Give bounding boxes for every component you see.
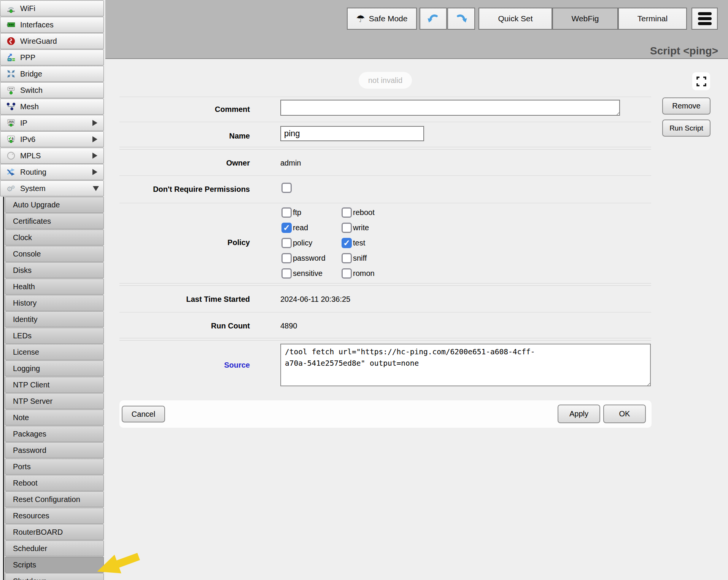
sidebar-item-history[interactable]: History [5, 295, 104, 311]
sidebar-item-reset-configuration[interactable]: Reset Configuration [5, 491, 104, 507]
menu-button[interactable] [691, 8, 718, 30]
sidebar-item-packages[interactable]: Packages [5, 426, 104, 442]
sidebar-item-scheduler[interactable]: Scheduler [5, 540, 104, 556]
policy-checkbox-romon[interactable] [342, 268, 352, 279]
sidebar-item-system[interactable]: ⚙⚙System [0, 180, 104, 196]
sidebar-item-clock[interactable]: Clock [5, 229, 104, 245]
safe-mode-label: Safe Mode [369, 14, 408, 23]
comment-field-wrap [280, 100, 620, 116]
policy-checkbox-policy[interactable] [281, 238, 292, 248]
ok-button[interactable]: OK [603, 405, 646, 423]
policy-checkbox-password[interactable] [281, 253, 292, 263]
quick-set-label: Quick Set [498, 14, 532, 23]
sidebar-item-label: Disks [13, 266, 32, 275]
name-input[interactable] [280, 126, 424, 141]
sidebar-system-submenu: Auto UpgradeCertificatesClockConsoleDisk… [3, 197, 105, 580]
sidebar-item-shutdown[interactable]: Shutdown [5, 573, 104, 580]
sidebar-item-ntp-server[interactable]: NTP Server [5, 393, 104, 409]
sidebar-item-label: PPP [20, 53, 35, 62]
sidebar-item-label: Interfaces [20, 21, 54, 29]
sidebar-item-label: NTP Client [13, 381, 49, 389]
policy-checkbox-test[interactable] [342, 238, 352, 248]
policy-checkbox-sensitive[interactable] [281, 268, 292, 279]
sidebar-item-identity[interactable]: Identity [5, 311, 104, 327]
policy-checkbox-ftp[interactable] [281, 207, 292, 218]
tab-terminal[interactable]: Terminal [618, 8, 687, 30]
sidebar-item-note[interactable]: Note [5, 410, 104, 425]
policy-option-reboot: reboot [342, 207, 375, 218]
sidebar-item-wifi[interactable]: WiFi [0, 0, 104, 16]
policy-option-sensitive: sensitive [281, 268, 342, 279]
redo-button[interactable] [447, 8, 475, 30]
sidebar-item-ipv6[interactable]: 6IPv6 [0, 131, 104, 147]
sidebar-item-label: Ports [13, 462, 31, 471]
divider [119, 147, 651, 150]
sidebar-item-label: IPv6 [20, 135, 35, 144]
status-badge: not invalid [359, 72, 412, 89]
sidebar-item-ntp-client[interactable]: NTP Client [5, 377, 104, 393]
sidebar-item-password[interactable]: Password [5, 442, 104, 458]
svg-text:6: 6 [12, 136, 14, 140]
policy-checkbox-write[interactable] [342, 223, 352, 233]
sidebar-item-scripts[interactable]: Scripts [5, 557, 104, 573]
remove-button[interactable]: Remove [662, 97, 711, 115]
policy-checkbox-sniff[interactable] [342, 253, 352, 263]
tab-quick-set[interactable]: Quick Set [478, 8, 552, 30]
source-label[interactable]: Source [119, 361, 250, 370]
sidebar-item-console[interactable]: Console [5, 246, 104, 262]
dont-require-permissions-label: Don't Require Permissions [119, 185, 250, 194]
sidebar-item-label: Certificates [13, 217, 51, 226]
sidebar-item-label: NTP Server [13, 397, 52, 406]
sidebar-item-license[interactable]: License [5, 344, 104, 360]
chevron-right-icon [92, 120, 97, 126]
sidebar-item-routing[interactable]: Routing [0, 164, 104, 180]
sidebar-item-leds[interactable]: LEDs [5, 328, 104, 344]
sidebar-item-health[interactable]: Health [5, 279, 104, 295]
sidebar-item-certificates[interactable]: Certificates [5, 213, 104, 229]
policy-checkbox-read[interactable] [281, 223, 292, 233]
tab-webfig[interactable]: WebFig [552, 8, 618, 30]
sidebar-item-disks[interactable]: Disks [5, 262, 104, 278]
hamburger-icon [698, 12, 712, 15]
sidebar-item-label: Shutdown [13, 577, 47, 580]
safe-mode-button[interactable]: ☂ Safe Mode [347, 8, 417, 30]
policy-checkbox-reboot[interactable] [342, 207, 352, 218]
dont-require-permissions-checkbox[interactable] [281, 183, 292, 193]
sidebar-item-mesh[interactable]: Mesh [0, 99, 104, 115]
mesh-icon [5, 102, 17, 112]
sidebar-item-resources[interactable]: Resources [5, 508, 104, 524]
cancel-button[interactable]: Cancel [122, 406, 165, 422]
sidebar-item-ip[interactable]: 255IP [0, 115, 104, 131]
policy-option-sniff: sniff [342, 253, 375, 263]
sidebar-item-ports[interactable]: Ports [5, 459, 104, 475]
policy-option-label: sniff [353, 254, 367, 263]
sidebar-item-auto-upgrade[interactable]: Auto Upgrade [5, 197, 104, 213]
sidebar-item-ppp[interactable]: PPP [0, 49, 104, 65]
sidebar-item-logging[interactable]: Logging [5, 360, 104, 376]
sidebar-item-routerboard[interactable]: RouterBOARD [5, 524, 104, 540]
sidebar-item-bridge[interactable]: Bridge [0, 66, 104, 82]
undo-button[interactable] [420, 8, 447, 30]
webfig-label: WebFig [572, 14, 599, 23]
source-textarea[interactable]: /tool fetch url="https://hc-ping.com/620… [280, 344, 651, 386]
wifi-icon [5, 3, 17, 13]
sidebar-item-mpls[interactable]: MPLS [0, 148, 104, 164]
divider [119, 338, 651, 341]
run-count-value: 4890 [280, 322, 297, 330]
source-field-wrap: /tool fetch url="https://hc-ping.com/620… [280, 344, 651, 386]
policy-option-write: write [342, 223, 375, 233]
run-script-button[interactable]: Run Script [662, 120, 711, 137]
sidebar-item-reboot[interactable]: Reboot [5, 475, 104, 491]
sidebar-item-switch[interactable]: Switch [0, 82, 104, 98]
run-count-label: Run Count [119, 322, 250, 330]
policy-option-label: reboot [353, 208, 375, 217]
comment-input[interactable] [280, 100, 620, 116]
header-bar: ☂ Safe Mode Quick Set WebFig Terminal Sc… [105, 0, 728, 59]
fullscreen-button[interactable] [692, 72, 710, 90]
apply-button[interactable]: Apply [558, 405, 600, 423]
sidebar-item-wireguard[interactable]: WireGuard [0, 33, 104, 49]
system-icon: ⚙⚙ [5, 183, 17, 193]
sidebar-item-label: Bridge [20, 70, 42, 78]
redo-icon [455, 12, 468, 25]
sidebar-item-interfaces[interactable]: Interfaces [0, 17, 104, 33]
